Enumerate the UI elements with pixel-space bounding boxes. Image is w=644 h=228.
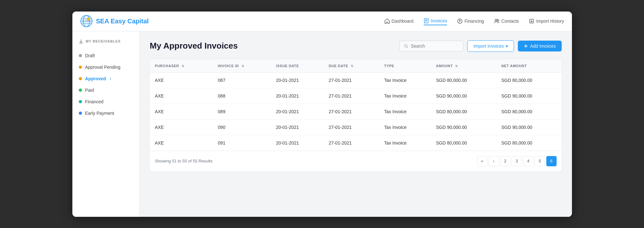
cell-amount: SGD 90,000.00 [431, 88, 496, 104]
cell-amount: SGD 80,000.00 [431, 135, 496, 151]
dropdown-chevron-icon: ▾ [506, 43, 508, 49]
page-first-button[interactable]: « [477, 156, 487, 166]
nav-links: Dashboard Invoices Financing Contacts Im… [385, 17, 564, 25]
home-icon [385, 19, 390, 24]
dot-approval-pending [79, 66, 82, 69]
cell-due_date: 27-01-2021 [323, 135, 379, 151]
sort-arrows-due-date: ⇅ [351, 64, 354, 68]
header-actions: Import Invoices ▾ Add Invoices [399, 40, 561, 52]
table-row[interactable]: AXE08920-01-202127-01-2021Tax InvoiceSGD… [150, 104, 562, 119]
sidebar-item-financed[interactable]: Financed [72, 96, 139, 107]
showing-results-text: Showing 51 to 55 of 55 Results [155, 159, 213, 163]
sidebar-item-paid[interactable]: Paid [72, 84, 139, 96]
plus-icon [524, 44, 528, 48]
cell-type: Tax Invoice [379, 135, 431, 151]
invoices-table-container: PURCHASER ⇅ INVOICE ID ⇅ ISSUE DATE [150, 59, 562, 171]
add-invoices-button[interactable]: Add Invoices [518, 41, 561, 51]
table-row[interactable]: AXE09020-01-202127-01-2021Tax InvoiceSGD… [150, 119, 562, 135]
dot-paid [79, 89, 82, 92]
sort-arrows-amount: ⇅ [455, 64, 458, 68]
page-2-button[interactable]: 2 [500, 156, 510, 166]
cell-issue_date: 20-01-2021 [271, 135, 324, 151]
cell-invoice_id: 088 [213, 88, 271, 104]
nav-import-history[interactable]: Import History [529, 17, 564, 25]
cell-invoice_id: 090 [213, 119, 271, 135]
cell-type: Tax Invoice [379, 72, 431, 88]
svg-point-6 [87, 18, 89, 20]
page-4-button[interactable]: 4 [523, 156, 534, 166]
sidebar-item-draft[interactable]: Draft [72, 50, 139, 61]
dot-early-payment [79, 112, 82, 115]
sidebar-item-early-payment[interactable]: Early Payment [72, 107, 139, 119]
cell-amount: SGD 80,000.00 [431, 72, 496, 88]
import-invoices-button[interactable]: Import Invoices ▾ [467, 40, 514, 52]
table-row[interactable]: AXE08720-01-202127-01-2021Tax InvoiceSGD… [150, 72, 562, 88]
cell-net_amount: SGD 80,000.00 [496, 104, 562, 119]
cell-invoice_id: 091 [213, 135, 271, 151]
table-footer: Showing 51 to 55 of 55 Results « ‹ 2 3 4… [150, 151, 562, 171]
pagination: « ‹ 2 3 4 5 6 [477, 156, 557, 166]
col-amount[interactable]: AMOUNT ⇅ [431, 59, 496, 73]
svg-point-14 [495, 19, 497, 21]
svg-line-21 [407, 47, 408, 48]
nav-invoices[interactable]: Invoices [424, 17, 447, 25]
download-icon [79, 39, 83, 43]
cell-due_date: 27-01-2021 [323, 88, 379, 104]
import-history-icon [529, 19, 534, 24]
cell-net_amount: SGD 90,000.00 [496, 88, 562, 104]
sort-arrows-purchaser: ⇅ [182, 64, 184, 68]
sidebar-header: MY RECEIVABLES [72, 39, 139, 50]
app-name: SEA Easy Capital [96, 18, 149, 25]
cell-purchaser: AXE [150, 72, 213, 88]
cell-purchaser: AXE [150, 135, 213, 151]
content-header: My Approved Invoices Import Invoices ▾ A… [150, 40, 562, 52]
cell-purchaser: AXE [150, 119, 213, 135]
col-type[interactable]: TYPE [379, 59, 431, 73]
page-5-button[interactable]: 5 [535, 156, 545, 166]
cell-type: Tax Invoice [379, 88, 431, 104]
cell-type: Tax Invoice [379, 119, 431, 135]
svg-point-20 [405, 44, 407, 47]
cell-issue_date: 20-01-2021 [271, 72, 324, 88]
page-3-button[interactable]: 3 [512, 156, 522, 166]
contacts-icon [494, 19, 499, 24]
sidebar: MY RECEIVABLES Draft Approval Pending Ap… [72, 31, 140, 217]
col-invoice-id[interactable]: INVOICE ID ⇅ [213, 59, 271, 73]
cell-amount: SGD 80,000.00 [431, 104, 496, 119]
table-header: PURCHASER ⇅ INVOICE ID ⇅ ISSUE DATE [150, 59, 562, 73]
cell-net_amount: SGD 90,000.00 [496, 119, 562, 135]
cell-issue_date: 20-01-2021 [271, 119, 324, 135]
search-input[interactable] [411, 43, 459, 49]
invoice-icon [424, 18, 429, 23]
financing-icon [457, 19, 462, 24]
col-due-date[interactable]: DUE DATE ⇅ [323, 59, 379, 73]
page-prev-button[interactable]: ‹ [489, 156, 499, 166]
page-6-button[interactable]: 6 [546, 156, 557, 166]
dot-financed [79, 100, 82, 103]
dot-draft [79, 54, 82, 57]
page-title: My Approved Invoices [150, 41, 238, 51]
cell-issue_date: 20-01-2021 [271, 88, 324, 104]
nav-contacts[interactable]: Contacts [494, 17, 519, 25]
main-content: My Approved Invoices Import Invoices ▾ A… [140, 31, 572, 217]
col-issue-date[interactable]: ISSUE DATE [271, 59, 324, 73]
invoices-table: PURCHASER ⇅ INVOICE ID ⇅ ISSUE DATE [150, 59, 562, 151]
nav-financing[interactable]: Financing [457, 17, 484, 25]
col-purchaser[interactable]: PURCHASER ⇅ [150, 59, 213, 73]
cell-due_date: 27-01-2021 [323, 72, 379, 88]
search-box[interactable] [399, 41, 463, 51]
chevron-icon: › [110, 76, 111, 81]
nav-dashboard[interactable]: Dashboard [385, 17, 414, 25]
col-net-amount[interactable]: NET AMOUNT [496, 59, 562, 73]
sidebar-item-approval-pending[interactable]: Approval Pending [72, 61, 139, 73]
cell-net_amount: SGD 80,000.00 [496, 72, 562, 88]
table-row[interactable]: AXE09120-01-202127-01-2021Tax InvoiceSGD… [150, 135, 562, 151]
logo-area: SEA Easy Capital [80, 15, 385, 28]
cell-net_amount: SGD 80,000.00 [496, 135, 562, 151]
cell-type: Tax Invoice [379, 104, 431, 119]
search-icon [404, 44, 408, 48]
cell-due_date: 27-01-2021 [323, 119, 379, 135]
table-row[interactable]: AXE08820-01-202127-01-2021Tax InvoiceSGD… [150, 88, 562, 104]
cell-invoice_id: 087 [213, 72, 271, 88]
sidebar-item-approved[interactable]: Approved › [72, 73, 139, 84]
